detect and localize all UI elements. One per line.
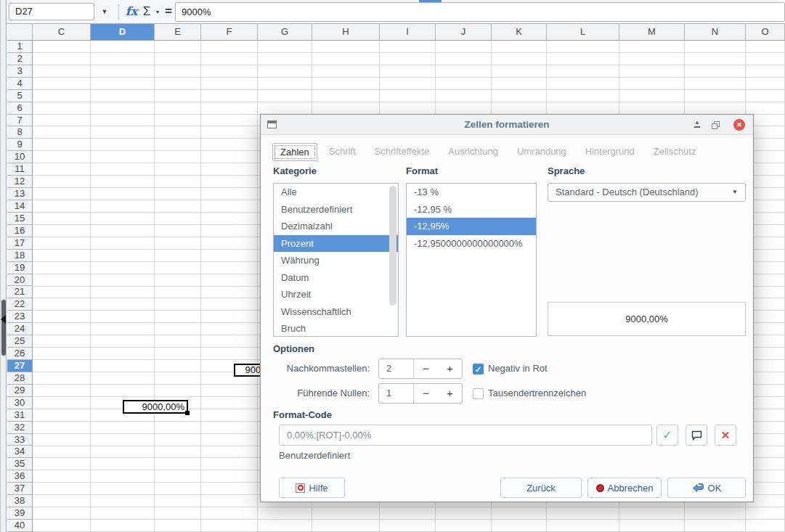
- row-header-36[interactable]: 36: [7, 470, 32, 483]
- tab-umrandung[interactable]: Umrandung: [510, 143, 574, 161]
- category-item[interactable]: Benutzerdefiniert: [274, 201, 398, 218]
- category-item[interactable]: Datum: [274, 269, 398, 287]
- back-button[interactable]: Zurück: [500, 478, 582, 498]
- confirm-format-button[interactable]: ✓: [656, 425, 678, 446]
- comment-button[interactable]: [686, 425, 707, 446]
- column-header-F[interactable]: F: [201, 24, 258, 40]
- row-header-17[interactable]: 17: [7, 237, 32, 250]
- column-header-H[interactable]: H: [312, 24, 380, 40]
- row-header-16[interactable]: 16: [7, 225, 32, 237]
- fill-handle[interactable]: [185, 411, 190, 415]
- row-header-7[interactable]: 7: [7, 115, 32, 127]
- column-header-J[interactable]: J: [436, 24, 492, 40]
- column-header-I[interactable]: I: [380, 24, 436, 40]
- row-header-9[interactable]: 9: [7, 139, 32, 151]
- select-all-corner[interactable]: [7, 24, 33, 40]
- category-list[interactable]: AlleBenutzerdefiniertDezimalzahlProzentW…: [273, 183, 399, 337]
- column-header-D[interactable]: D: [91, 24, 155, 40]
- name-box[interactable]: D27: [9, 3, 94, 20]
- category-item[interactable]: Wissenschaftlich: [274, 303, 398, 321]
- row-header-33[interactable]: 33: [7, 434, 32, 446]
- column-header-O[interactable]: O: [746, 24, 785, 40]
- row-header-39[interactable]: 39: [7, 507, 32, 520]
- equals-icon[interactable]: =: [163, 3, 174, 20]
- tab-hintergrund[interactable]: Hintergrund: [578, 143, 642, 161]
- row-header-13[interactable]: 13: [7, 188, 32, 200]
- format-item[interactable]: -12,95%: [407, 218, 536, 235]
- row-header-8[interactable]: 8: [7, 126, 32, 139]
- formula-input[interactable]: 9000%: [175, 2, 785, 22]
- category-list-scrollbar[interactable]: [389, 186, 396, 306]
- row-header-3[interactable]: 3: [7, 65, 32, 78]
- row-header-29[interactable]: 29: [7, 385, 32, 397]
- format-list[interactable]: -13 %-12,95 %-12,95%-12,9500000000000000…: [406, 183, 537, 337]
- row-header-4[interactable]: 4: [7, 78, 32, 90]
- row-header-26[interactable]: 26: [7, 348, 32, 360]
- row-header-25[interactable]: 25: [7, 335, 32, 348]
- row-header-10[interactable]: 10: [7, 151, 32, 163]
- leading-zeroes-minus-button[interactable]: −: [414, 384, 438, 403]
- decimal-places-plus-button[interactable]: +: [438, 359, 462, 378]
- column-header-G[interactable]: G: [258, 24, 312, 40]
- row-header-6[interactable]: 6: [7, 102, 32, 115]
- row-header-12[interactable]: 12: [7, 176, 32, 188]
- row-header-22[interactable]: 22: [7, 298, 32, 311]
- split-arrow-icon[interactable]: [1, 315, 6, 324]
- leading-zeroes-plus-button[interactable]: +: [438, 384, 462, 403]
- row-header-34[interactable]: 34: [7, 446, 32, 458]
- row-header-19[interactable]: 19: [7, 262, 32, 274]
- cancel-button[interactable]: Abbrechen: [587, 478, 662, 498]
- sum-dropdown-icon[interactable]: ▼: [153, 3, 162, 20]
- category-item[interactable]: Alle: [274, 184, 398, 201]
- function-wizard-icon[interactable]: fx: [123, 3, 139, 20]
- tab-schrifteffekte[interactable]: Schrifteffekte: [367, 143, 437, 161]
- column-header-C[interactable]: C: [33, 24, 91, 40]
- row-header-20[interactable]: 20: [7, 274, 32, 287]
- thousands-separator-checkbox[interactable]: ✓: [473, 388, 484, 399]
- column-header-E[interactable]: E: [155, 24, 201, 40]
- name-box-dropdown-icon[interactable]: ▼: [95, 3, 114, 20]
- column-header-K[interactable]: K: [492, 24, 547, 40]
- left-scrollbar-track[interactable]: [0, 0, 7, 532]
- leading-zeroes-input[interactable]: 1: [379, 384, 414, 403]
- row-header-21[interactable]: 21: [7, 286, 32, 298]
- language-dropdown[interactable]: Standard - Deutsch (Deutschland) ▼: [548, 183, 746, 202]
- dialog-titlebar[interactable]: Zellen formatieren ▲ ✕: [261, 115, 753, 135]
- row-header-11[interactable]: 11: [7, 163, 32, 176]
- row-header-1[interactable]: 1: [7, 41, 32, 53]
- row-header-38[interactable]: 38: [7, 495, 32, 507]
- row-header-32[interactable]: 32: [7, 422, 32, 434]
- row-header-24[interactable]: 24: [7, 323, 32, 335]
- row-header-14[interactable]: 14: [7, 200, 32, 213]
- row-header-31[interactable]: 31: [7, 409, 32, 422]
- row-header-35[interactable]: 35: [7, 458, 32, 470]
- restore-icon[interactable]: [712, 120, 720, 131]
- format-item[interactable]: -12,9500000000000000%: [407, 235, 536, 253]
- negative-red-checkbox[interactable]: ✓: [473, 364, 484, 375]
- category-item[interactable]: Prozent: [274, 235, 398, 253]
- shade-icon[interactable]: ▲: [694, 119, 700, 128]
- help-button[interactable]: Hilfe: [279, 478, 345, 498]
- category-item[interactable]: Währung: [274, 252, 398, 269]
- format-item[interactable]: -12,95 %: [407, 201, 536, 218]
- category-item[interactable]: Uhrzeit: [274, 286, 398, 303]
- column-header-M[interactable]: M: [619, 24, 685, 40]
- sum-icon[interactable]: Σ: [140, 3, 153, 20]
- decimal-places-minus-button[interactable]: −: [414, 359, 438, 378]
- row-header-37[interactable]: 37: [7, 483, 32, 495]
- row-header-40[interactable]: 40: [7, 520, 32, 532]
- left-scrollbar-thumb[interactable]: [1, 300, 6, 356]
- format-item[interactable]: -13 %: [407, 184, 536, 201]
- row-header-23[interactable]: 23: [7, 311, 32, 323]
- row-header-5[interactable]: 5: [7, 90, 32, 102]
- cell-D27[interactable]: 9000,00%: [123, 400, 188, 414]
- decimal-places-input[interactable]: 2: [379, 359, 414, 378]
- tab-schrift[interactable]: Schrift: [322, 143, 363, 161]
- row-header-30[interactable]: 30: [7, 397, 32, 409]
- row-header-18[interactable]: 18: [7, 250, 32, 262]
- row-header-28[interactable]: 28: [7, 372, 32, 385]
- tab-zahlen[interactable]: Zahlen: [272, 143, 317, 161]
- close-icon[interactable]: ✕: [733, 119, 745, 131]
- column-header-L[interactable]: L: [547, 24, 619, 40]
- row-header-2[interactable]: 2: [7, 53, 32, 65]
